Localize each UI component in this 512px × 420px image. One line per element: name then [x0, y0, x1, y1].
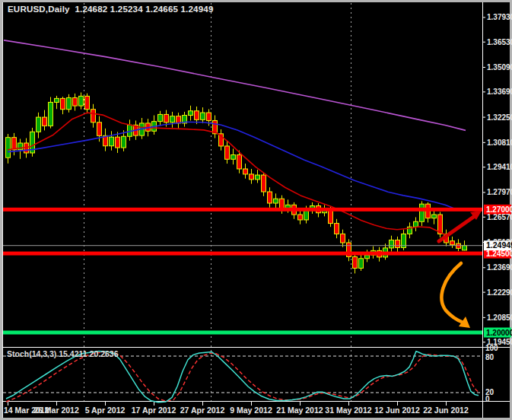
x-axis-date-label: 17 Apr 2012 [132, 406, 176, 415]
bull-candle [122, 136, 126, 148]
bear-candle [195, 111, 199, 120]
bull-candle [231, 155, 236, 160]
y-axis-tick-label: 1.22290 [487, 288, 512, 297]
bull-candle [79, 96, 84, 106]
stoch-axis-label: 80 [485, 353, 495, 361]
bear-candle [12, 138, 17, 150]
bull-candle [6, 138, 11, 158]
bear-candle [164, 114, 169, 122]
y-axis-tick-label: 1.35090 [487, 63, 512, 72]
y-axis-tick-label: 1.36530 [487, 38, 512, 46]
price-chart-canvas[interactable]: 1.379301.365301.350901.336901.322501.308… [0, 0, 512, 420]
x-axis-date-label: 31 May 2012 [325, 406, 371, 415]
bear-candle [335, 224, 339, 234]
bull-candle [201, 113, 205, 119]
bear-candle [329, 209, 333, 223]
highlighted-price-label: 1.20000 [486, 329, 512, 337]
bear-candle [225, 146, 230, 159]
y-axis-tick-label: 1.37930 [487, 13, 512, 21]
bull-candle [110, 137, 114, 146]
stoch-axis-label: 100 [485, 344, 498, 352]
bull-candle [49, 102, 53, 126]
horizontal-band [3, 208, 482, 212]
y-axis-tick-label: 1.29410 [487, 163, 512, 171]
bull-candle [256, 175, 260, 180]
chart-window: 1.379301.365301.350901.336901.322501.308… [0, 0, 512, 420]
bull-candle [432, 215, 437, 218]
bull-candle [414, 221, 418, 227]
bear-candle [262, 175, 266, 192]
x-axis-date-label: 9 May 2012 [230, 406, 272, 415]
bear-candle [341, 234, 345, 243]
bull-candle [420, 204, 425, 221]
x-axis-date-label: 22 Jun 2012 [423, 406, 469, 415]
bear-candle [353, 256, 358, 268]
stoch-axis-label: 0 [485, 395, 490, 403]
bull-candle [390, 240, 394, 248]
y-axis-tick-label: 1.32250 [487, 113, 512, 122]
bull-candle [189, 111, 193, 116]
bear-candle [450, 241, 455, 245]
y-axis-tick-label: 1.23690 [487, 263, 512, 272]
x-axis-date-label: 12 Jun 2012 [374, 406, 420, 415]
bull-candle [158, 114, 163, 121]
bear-candle [91, 110, 96, 123]
bear-candle [85, 96, 90, 109]
highlighted-price-label: 1.27000 [486, 205, 512, 214]
bear-candle [237, 155, 242, 169]
frame-left [0, 0, 2, 420]
x-axis-date-label: 21 May 2012 [276, 406, 323, 415]
bull-candle [365, 255, 370, 259]
bull-candle [37, 117, 41, 132]
y-axis-tick-label: 1.20850 [487, 313, 512, 322]
y-axis-tick-label: 1.30810 [487, 138, 512, 147]
bear-candle [43, 117, 47, 126]
x-axis-date-label: 5 Apr 2012 [85, 406, 126, 415]
x-axis-date-label: 26 Mar 2012 [33, 406, 79, 415]
horizontal-band [3, 252, 482, 256]
bull-candle [359, 259, 364, 269]
highlighted-price-label: 1.24500 [486, 250, 512, 258]
bear-candle [73, 97, 78, 106]
bull-candle [274, 199, 278, 203]
bear-candle [116, 137, 120, 148]
bear-candle [268, 192, 272, 203]
y-axis-tick-label: 1.26570 [487, 213, 512, 221]
bull-candle [463, 246, 467, 250]
bear-candle [456, 243, 461, 248]
y-axis-tick-label: 1.27970 [487, 188, 512, 196]
bull-candle [170, 116, 175, 123]
bear-candle [207, 113, 211, 120]
y-axis-tick-label: 1.33690 [487, 88, 512, 96]
bull-candle [67, 97, 72, 109]
x-axis-date-label: 27 Apr 2012 [180, 406, 225, 415]
bear-candle [97, 123, 102, 136]
bear-candle [61, 98, 65, 109]
horizontal-band [3, 331, 482, 335]
bear-candle [396, 240, 400, 248]
bull-candle [55, 98, 59, 102]
bear-candle [243, 169, 248, 174]
bear-candle [250, 174, 254, 180]
current-price-label: 1.24949 [486, 240, 512, 250]
frame-top [0, 0, 512, 2]
bear-candle [298, 215, 303, 220]
